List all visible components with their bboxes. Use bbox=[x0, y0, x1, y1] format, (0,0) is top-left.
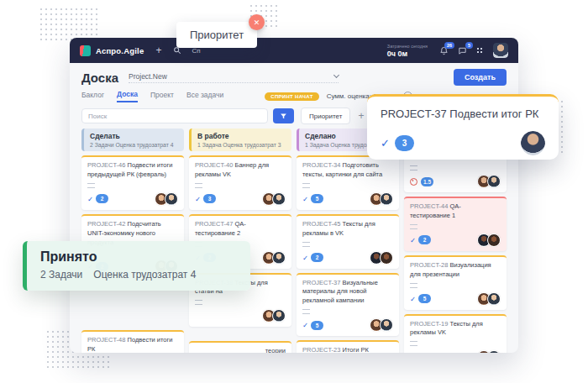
apps-grid-icon[interactable] bbox=[476, 47, 484, 55]
avatars bbox=[480, 233, 501, 247]
score-badge: 3 bbox=[203, 194, 216, 203]
task-footer: ✓2 bbox=[87, 192, 178, 206]
task-card[interactable]: PROJECT-37 Визуальные материалы для ново… bbox=[297, 273, 399, 337]
avatar-dark-woman bbox=[380, 251, 393, 265]
priority-tooltip-label: Приоритет bbox=[190, 29, 244, 41]
messages-count-badge: 5 bbox=[465, 42, 473, 49]
column-cards: PROJECT-34 Подготовить тексты, картинки … bbox=[297, 155, 399, 353]
avatars bbox=[480, 350, 501, 353]
description-icon bbox=[302, 242, 310, 247]
avatar-man bbox=[487, 292, 501, 306]
task-card[interactable]: PROJECT-40 Баннер для рекламы VK✓3 bbox=[189, 155, 291, 210]
check-icon: ✓ bbox=[87, 195, 93, 203]
assignee-avatar bbox=[521, 131, 545, 155]
filter-button[interactable] bbox=[273, 108, 294, 123]
task-card-popup[interactable]: PROJECT-37 Подвести итог РК ✓ 3 bbox=[367, 94, 559, 160]
description-icon bbox=[87, 183, 95, 188]
create-button[interactable]: Создать bbox=[454, 69, 507, 86]
avatars bbox=[373, 318, 393, 332]
avatar-photo bbox=[493, 43, 508, 58]
column-title: В работе bbox=[197, 132, 286, 140]
task-title: PROJECT-46 Подвести итоги предыдущей РК … bbox=[87, 161, 178, 180]
priority-filter-chip[interactable]: Приоритет bbox=[301, 108, 350, 124]
task-id: PROJECT-19 bbox=[410, 320, 448, 328]
task-card[interactable]: PROJECT-28 Визуализация для презентации✓… bbox=[404, 255, 507, 310]
check-icon: ✓ bbox=[410, 295, 416, 303]
task-title: PROJECT-34 Подготовить тексты, картинки … bbox=[302, 161, 393, 180]
task-id: PROJECT-46 bbox=[87, 161, 125, 169]
task-id: PROJECT-42 bbox=[87, 220, 125, 228]
task-card[interactable]: PROJECT-19 Тексты для рекламы VK✓5 bbox=[404, 314, 507, 354]
check-icon: ✓ bbox=[195, 195, 201, 203]
task-card[interactable]: PROJECT-34 Подготовить тексты, картинки … bbox=[297, 155, 399, 210]
task-title: PROJECT-44 QA-тестирование 1 bbox=[410, 202, 501, 221]
task-footer: ✓3 bbox=[195, 192, 286, 206]
add-filter-button[interactable]: + bbox=[358, 110, 364, 122]
chevron-down-icon bbox=[333, 72, 339, 78]
score-badge: 5 bbox=[311, 194, 323, 203]
time-spent-label: Затрачено сегодня bbox=[387, 44, 428, 49]
avatars bbox=[373, 192, 393, 206]
overdue-clock-icon bbox=[410, 178, 417, 186]
board-column: Сделано1 Задача Оценка трудозатратPROJEC… bbox=[297, 129, 399, 353]
tab-all-tasks[interactable]: Все задачи bbox=[186, 91, 223, 102]
tab-board[interactable]: Доска bbox=[117, 90, 138, 102]
task-card[interactable]: PROJECT-48 Подвести итоги РК✓2 bbox=[81, 330, 184, 353]
task-card[interactable]: PROJECT-23 Итоги РК✓5 bbox=[297, 340, 399, 353]
check-icon: ✓ bbox=[381, 137, 390, 150]
brand-name: Аспро.Agile bbox=[96, 46, 144, 55]
task-card[interactable]: PROJECT-46 Подвести итоги предыдущей РК … bbox=[81, 155, 184, 210]
avatar-man bbox=[272, 251, 286, 265]
avatars bbox=[265, 309, 286, 323]
task-card[interactable]: PROJECT-44 QA-тестирование 1✓2 bbox=[404, 197, 507, 251]
task-footer: ✓2 bbox=[302, 251, 393, 265]
task-card[interactable]: теории✓3 bbox=[189, 341, 291, 353]
task-footer: ✓5 bbox=[410, 292, 501, 306]
avatar-man bbox=[380, 192, 393, 206]
accepted-estimate: Оценка трудозатрат 4 bbox=[93, 269, 196, 281]
column-cards: 1.5PROJECT-44 QA-тестирование 1✓2PROJECT… bbox=[404, 141, 507, 353]
notifications-bell-icon[interactable]: 26 bbox=[439, 46, 449, 55]
task-id: PROJECT-40 bbox=[195, 161, 233, 169]
close-icon[interactable]: ✕ bbox=[249, 14, 265, 30]
brand-logo-icon bbox=[80, 45, 91, 56]
task-footer: 1.5 bbox=[410, 175, 501, 188]
project-selector[interactable]: Project.New bbox=[129, 72, 339, 83]
score-badge: 2 bbox=[96, 194, 108, 203]
tab-backlog[interactable]: Баклог bbox=[81, 91, 104, 102]
check-icon: ✓ bbox=[302, 195, 308, 203]
user-avatar[interactable] bbox=[493, 43, 508, 58]
quick-add-button[interactable]: + bbox=[155, 45, 161, 55]
score-badge: 2 bbox=[311, 253, 323, 262]
avatar-man bbox=[165, 192, 178, 206]
task-id: PROJECT-48 bbox=[87, 336, 125, 344]
avatars bbox=[480, 175, 501, 188]
description-icon bbox=[302, 183, 310, 188]
messages-icon[interactable]: 5 bbox=[458, 46, 467, 55]
score-badge: 5 bbox=[418, 294, 431, 303]
sprint-status-badge: СПРИНТ НАЧАТ bbox=[265, 92, 318, 101]
project-name: Project.New bbox=[129, 72, 167, 81]
task-title: PROJECT-40 Баннер для рекламы VK bbox=[195, 161, 286, 180]
tab-project[interactable]: Проект bbox=[150, 91, 174, 102]
description-icon bbox=[302, 309, 310, 314]
task-id: PROJECT-23 bbox=[302, 346, 340, 353]
avatars bbox=[265, 192, 286, 206]
avatars bbox=[265, 251, 286, 265]
top-navbar: Аспро.Agile + Сп Затрачено сегодня 0ч 0м… bbox=[70, 38, 518, 63]
description-icon bbox=[410, 341, 417, 346]
accepted-title: Принято bbox=[40, 249, 237, 265]
column-header[interactable]: Сделать2 Задачи Оценка трудозатрат 4 bbox=[81, 129, 184, 151]
avatar-man bbox=[272, 309, 286, 323]
column-header[interactable]: В работе1 Задача Оценка трудозатрат 3 bbox=[189, 129, 291, 151]
task-title: PROJECT-28 Визуализация для презентации bbox=[410, 261, 501, 280]
task-title: теории bbox=[195, 347, 286, 353]
task-footer: ✓2 bbox=[410, 233, 501, 247]
board-search-input[interactable] bbox=[81, 108, 268, 123]
task-title: PROJECT-19 Тексты для рекламы VK bbox=[410, 320, 501, 338]
score-badge: 3 bbox=[395, 135, 414, 151]
task-id: PROJECT-37 bbox=[302, 279, 340, 286]
task-id: PROJECT-47 bbox=[195, 220, 233, 228]
task-card[interactable]: PROJECT-45 Тексты для рекламы в VK✓2 bbox=[297, 214, 399, 269]
avatar-man bbox=[487, 175, 501, 188]
